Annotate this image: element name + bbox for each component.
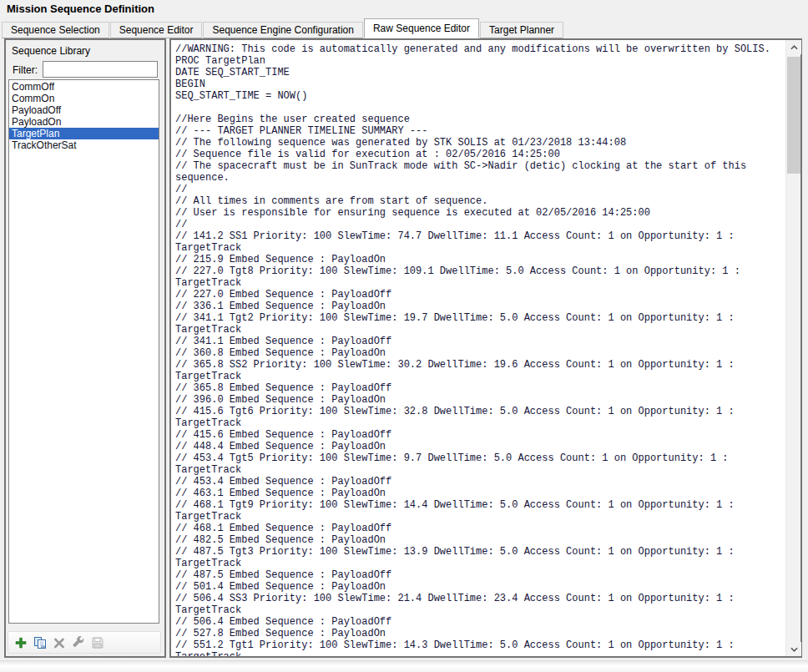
tab-target-planner[interactable]: Target Planner xyxy=(480,22,563,38)
sequence-library-title: Sequence Library xyxy=(12,45,90,57)
edit-sequence-button[interactable] xyxy=(69,634,87,651)
list-item-payloadoff[interactable]: PayloadOff xyxy=(9,104,159,116)
tab-sequence-selection[interactable]: Sequence Selection xyxy=(2,22,109,38)
tab-raw-sequence-editor[interactable]: Raw Sequence Editor xyxy=(364,18,479,38)
chevron-down-icon xyxy=(790,647,798,652)
copy-icon xyxy=(33,636,47,649)
add-sequence-button[interactable] xyxy=(12,634,29,651)
save-sequence-button[interactable] xyxy=(88,634,106,651)
sequence-listbox[interactable]: CommOffCommOnPayloadOffPayloadOnTargetPl… xyxy=(8,79,159,624)
tab-sequence-engine-configuration[interactable]: Sequence Engine Configuration xyxy=(203,22,362,38)
raw-sequence-text[interactable]: //WARNING: This code is automatically ge… xyxy=(171,40,785,656)
list-item-payloadon[interactable]: PayloadOn xyxy=(9,116,159,128)
delete-icon xyxy=(53,636,66,649)
mission-sequence-window: { "window": { "title": "Mission Sequence… xyxy=(0,0,808,672)
editor-vertical-scrollbar[interactable] xyxy=(785,40,800,656)
scroll-up-button[interactable] xyxy=(786,40,801,54)
list-item-commoff[interactable]: CommOff xyxy=(9,81,159,93)
list-item-trackothersat[interactable]: TrackOtherSat xyxy=(9,139,159,151)
list-item-common[interactable]: CommOn xyxy=(9,93,159,104)
save-icon xyxy=(91,636,104,649)
chevron-up-icon xyxy=(790,45,798,50)
page-title: Mission Sequence Definition xyxy=(7,3,154,15)
scrollbar-thumb[interactable] xyxy=(787,57,800,174)
copy-sequence-button[interactable] xyxy=(31,634,48,651)
add-icon xyxy=(14,636,28,649)
filter-label: Filter: xyxy=(13,64,38,76)
delete-sequence-button[interactable] xyxy=(50,634,68,651)
filter-input[interactable] xyxy=(43,61,158,78)
bottom-divider xyxy=(0,660,808,672)
sequence-library-toolbar xyxy=(8,631,161,654)
wrench-icon xyxy=(72,636,85,649)
sequence-library-panel: Sequence Library Filter: CommOffCommOnPa… xyxy=(4,38,166,658)
scroll-down-button[interactable] xyxy=(786,642,801,656)
raw-sequence-editor-panel: //WARNING: This code is automatically ge… xyxy=(169,38,802,658)
tab-strip: Sequence SelectionSequence EditorSequenc… xyxy=(2,18,808,38)
tab-sequence-editor[interactable]: Sequence Editor xyxy=(110,22,203,38)
list-item-targetplan[interactable]: TargetPlan xyxy=(9,128,159,139)
